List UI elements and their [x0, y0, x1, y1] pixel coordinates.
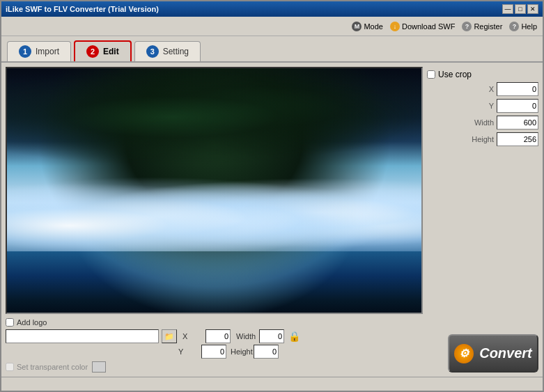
video-preview — [6, 67, 423, 314]
add-logo-text: Add logo — [17, 318, 47, 327]
convert-icon: ⚙ — [454, 344, 474, 363]
color-swatch[interactable] — [92, 361, 106, 373]
tab-edit-number: 2 — [86, 45, 99, 58]
crop-header: Use crop — [427, 70, 538, 79]
logo-input-row: 📁 X Width 🔒 — [6, 329, 423, 343]
logo-height-input[interactable] — [254, 345, 279, 359]
left-panel: Add logo 📁 X Width — [6, 67, 423, 373]
crop-width-label: Width — [466, 118, 494, 127]
tab-setting[interactable]: 3 Setting — [134, 41, 201, 61]
add-logo-row: Add logo — [6, 318, 423, 327]
window-title: iLike SWF to FLV Converter (Trial Versio… — [6, 5, 159, 13]
convert-area: ⚙ Convert — [427, 334, 538, 373]
logo-height-group: Height — [231, 345, 279, 359]
crop-y-label: Y — [466, 102, 494, 110]
tab-import-number: 1 — [19, 45, 31, 58]
close-button[interactable]: ✕ — [527, 4, 538, 14]
logo-path-input[interactable] — [6, 329, 159, 343]
main-content-area: Add logo 📁 X Width — [1, 61, 543, 377]
logo-x-label: X — [182, 332, 203, 340]
tabs-bar: 1 Import 2 Edit 3 Setting — [1, 36, 543, 61]
right-panel: Use crop X Y Width Height — [427, 67, 538, 373]
help-icon: ? — [509, 22, 519, 31]
crop-height-row: Height — [427, 132, 538, 146]
mode-menu-item[interactable]: M Mode — [352, 22, 383, 31]
minimize-button[interactable]: — — [502, 4, 513, 14]
logo-y-group: Y — [178, 345, 226, 359]
add-logo-checkbox[interactable] — [6, 318, 14, 327]
download-icon: ↓ — [390, 22, 400, 31]
tab-setting-number: 3 — [146, 45, 159, 58]
register-menu-item[interactable]: ? Register — [462, 22, 502, 31]
help-label: Help — [521, 22, 537, 31]
logo-y-label: Y — [178, 347, 199, 356]
lock-icon: 🔒 — [287, 329, 302, 343]
transparent-label[interactable]: Set transparent color — [6, 363, 88, 371]
download-menu-item[interactable]: ↓ Download SWF — [390, 22, 455, 31]
register-label: Register — [474, 22, 502, 31]
register-icon: ? — [462, 22, 472, 31]
convert-label: Convert — [479, 345, 532, 361]
crop-width-input[interactable] — [497, 116, 538, 130]
mode-icon: M — [352, 22, 362, 31]
crop-x-input[interactable] — [497, 82, 538, 96]
maximize-button[interactable]: □ — [515, 4, 526, 14]
title-bar: iLike SWF to FLV Converter (Trial Versio… — [1, 1, 543, 17]
video-image — [7, 68, 421, 313]
window-controls: — □ ✕ — [502, 4, 538, 14]
tab-edit-label: Edit — [103, 47, 119, 56]
crop-height-input[interactable] — [497, 132, 538, 146]
crop-width-row: Width — [427, 116, 538, 130]
logo-y-input[interactable] — [201, 345, 226, 359]
folder-icon: 📁 — [164, 332, 174, 341]
add-logo-label[interactable]: Add logo — [6, 318, 47, 327]
download-label: Download SWF — [402, 22, 455, 31]
logo-x-group: X — [182, 329, 231, 343]
logo-height-label: Height — [231, 347, 251, 356]
crop-section: Use crop X Y Width Height — [427, 70, 538, 146]
status-bar — [1, 377, 543, 391]
logo-width-input[interactable] — [259, 329, 284, 343]
menu-bar: M Mode ↓ Download SWF ? Register ? Help — [1, 17, 543, 36]
logo-width-group: Width — [236, 329, 284, 343]
tab-edit[interactable]: 2 Edit — [74, 40, 132, 61]
browse-folder-button[interactable]: 📁 — [162, 329, 177, 343]
logo-width-label: Width — [236, 332, 257, 340]
use-crop-checkbox[interactable] — [427, 70, 435, 79]
crop-x-label: X — [466, 85, 494, 93]
transparent-color-row: Set transparent color — [6, 361, 423, 373]
crop-y-row: Y — [427, 99, 538, 113]
use-crop-label: Use crop — [438, 70, 472, 79]
transparent-text: Set transparent color — [17, 363, 88, 371]
mode-label: Mode — [364, 22, 383, 31]
tab-setting-label: Setting — [163, 47, 189, 56]
video-canvas — [7, 68, 421, 313]
tab-import[interactable]: 1 Import — [7, 41, 71, 61]
crop-x-row: X — [427, 82, 538, 96]
logo-x-input[interactable] — [205, 329, 231, 343]
convert-button[interactable]: ⚙ Convert — [448, 334, 538, 373]
help-menu-item[interactable]: ? Help — [509, 22, 537, 31]
transparent-checkbox[interactable] — [6, 363, 14, 371]
bottom-controls: Add logo 📁 X Width — [6, 318, 423, 373]
crop-y-input[interactable] — [497, 99, 538, 113]
logo-coords-row: Y Height — [6, 345, 423, 359]
crop-height-label: Height — [466, 135, 494, 143]
tab-import-label: Import — [36, 47, 59, 56]
main-window: iLike SWF to FLV Converter (Trial Versio… — [0, 0, 544, 392]
